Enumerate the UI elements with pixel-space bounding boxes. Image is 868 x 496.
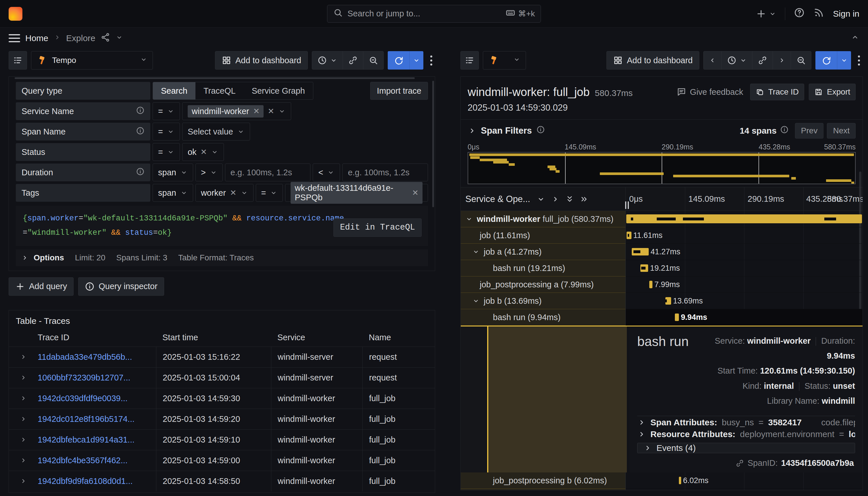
- chevron-right-icon[interactable]: [468, 126, 476, 135]
- menu-toggle[interactable]: [9, 34, 20, 42]
- collapse-all-icon[interactable]: [565, 195, 574, 203]
- table-row[interactable]: 1942dc012e8f196b5174... 2025-01-03 14:59…: [9, 409, 435, 429]
- chevron-down-icon[interactable]: [115, 34, 123, 43]
- more-options-icon[interactable]: [428, 56, 435, 65]
- span-name-value-select[interactable]: Select value: [182, 123, 250, 141]
- column-resizer-handle[interactable]: [625, 201, 629, 209]
- refresh-icon[interactable]: [816, 51, 837, 69]
- help-icon[interactable]: [794, 7, 805, 20]
- chevron-down-icon[interactable]: [537, 195, 545, 203]
- datasource-picker[interactable]: Tempo: [31, 51, 153, 69]
- expand-row-icon[interactable]: [9, 394, 38, 402]
- outline-button[interactable]: [9, 51, 27, 69]
- span-row-job-a[interactable]: job a (41.27ms) 41.27ms: [461, 244, 863, 260]
- time-forward-button[interactable]: [773, 51, 791, 69]
- duration-max-input[interactable]: e.g. 100ms, 1.2s: [342, 164, 428, 181]
- span-filters-label[interactable]: Span Filters: [481, 126, 532, 136]
- datasource-picker[interactable]: [483, 51, 526, 69]
- table-row[interactable]: 1942dbfebca1d9914a31... 2025-01-03 14:59…: [9, 429, 435, 450]
- table-row[interactable]: 1060bbf732309b12707... 2025-01-03 15:00:…: [9, 367, 435, 388]
- table-row[interactable]: 1942dbfc4be3567f462... 2025-01-03 14:59:…: [9, 450, 435, 471]
- tab-search[interactable]: Search: [153, 82, 196, 99]
- trace-id-link[interactable]: 1942dc039dfdf9e0039...: [38, 394, 128, 403]
- span-row-job-postprocessing-b[interactable]: job_postprocessing b (6.02ms) 6.02ms: [461, 472, 863, 489]
- status-value-select[interactable]: ok✕: [182, 143, 224, 161]
- refresh-icon[interactable]: [388, 51, 409, 69]
- span-row-job-b[interactable]: job b (13.69ms) 13.69ms: [461, 293, 863, 309]
- remove-icon[interactable]: ✕: [230, 188, 236, 198]
- expand-row-icon[interactable]: [9, 456, 38, 464]
- span-bar[interactable]: [626, 232, 631, 239]
- table-row[interactable]: 1942dc039dfdf9e0039... 2025-01-03 14:59:…: [9, 388, 435, 409]
- span-bar[interactable]: [675, 313, 679, 321]
- span-name-op-select[interactable]: =: [153, 123, 180, 141]
- time-picker-button[interactable]: [312, 51, 343, 69]
- copy-link-button[interactable]: [752, 51, 773, 69]
- remove-icon[interactable]: ✕: [253, 107, 260, 116]
- col-name[interactable]: Name: [362, 333, 435, 342]
- edit-in-traceql-button[interactable]: Edit in TraceQL: [334, 218, 422, 237]
- col-start-time[interactable]: Start time: [156, 333, 271, 342]
- refresh-interval-dropdown[interactable]: [409, 51, 423, 69]
- trace-id-link[interactable]: 11dabada33e479db56b...: [38, 352, 132, 361]
- span-bar[interactable]: [632, 248, 649, 255]
- add-query-button[interactable]: Add query: [9, 277, 74, 296]
- service-name-chip[interactable]: windmill-worker✕: [188, 105, 264, 118]
- events-row[interactable]: Events (4): [637, 443, 855, 453]
- resource-attributes-row[interactable]: Resource Attributes: deployment.environm…: [637, 428, 855, 440]
- tags-scope-select[interactable]: span: [153, 184, 193, 202]
- tags-value-chip[interactable]: wk-default-133114d6a91e-PSPQb✕: [291, 182, 422, 204]
- expand-all-icon[interactable]: [580, 195, 588, 203]
- span-bar[interactable]: [640, 264, 648, 272]
- minimap-canvas[interactable]: [468, 152, 856, 184]
- span-row-job[interactable]: job (11.61ms) 11.61ms: [461, 227, 863, 244]
- search-input[interactable]: Search or jump to... ⌘+k: [327, 5, 541, 23]
- time-back-button[interactable]: [703, 51, 722, 69]
- vertical-scrollbar[interactable]: [432, 81, 434, 207]
- tags-op-select[interactable]: =: [256, 184, 283, 202]
- expand-row-icon[interactable]: [9, 436, 38, 444]
- service-name-op-select[interactable]: =: [153, 102, 180, 120]
- span-row-bash-run-selected[interactable]: bash run (9.94ms) 9.94ms: [461, 309, 863, 326]
- chevron-down-icon[interactable]: [472, 248, 480, 255]
- outline-button[interactable]: [461, 51, 479, 69]
- share-icon[interactable]: [100, 32, 110, 44]
- tags-value-select[interactable]: wk-default-133114d6a91e-PSPQb✕: [285, 184, 428, 202]
- prev-button[interactable]: Prev: [795, 123, 824, 139]
- col-service[interactable]: Service: [271, 333, 362, 342]
- trace-id-link[interactable]: 1060bbf732309b12707...: [38, 373, 130, 382]
- trace-id-button[interactable]: Trace ID: [750, 83, 804, 100]
- span-bar[interactable]: [649, 281, 653, 288]
- span-row-job-postprocessing-a[interactable]: job_postprocessing a (7.99ms) 7.99ms: [461, 277, 863, 293]
- chevron-down-icon[interactable]: [465, 215, 473, 223]
- new-button[interactable]: [756, 8, 776, 19]
- remove-icon[interactable]: ✕: [412, 188, 418, 198]
- col-trace-id[interactable]: Trace ID: [38, 333, 156, 342]
- duration-gt-select[interactable]: >: [196, 164, 223, 181]
- chevron-right-icon[interactable]: [551, 195, 560, 203]
- clear-icon[interactable]: ✕: [267, 107, 274, 116]
- copy-link-button[interactable]: [343, 51, 363, 69]
- expand-row-icon[interactable]: [9, 415, 38, 423]
- run-query-button[interactable]: [816, 51, 851, 69]
- service-name-value-select[interactable]: windmill-worker✕ ✕: [182, 102, 291, 120]
- horizontal-scrollbar[interactable]: [15, 77, 415, 79]
- tags-key-select[interactable]: worker✕: [196, 184, 253, 202]
- span-id-value[interactable]: 14354f16500a7b9a: [781, 458, 854, 468]
- span-bar[interactable]: [679, 477, 681, 484]
- trace-id-link[interactable]: 1942dc012e8f196b5174...: [38, 414, 135, 423]
- remove-icon[interactable]: ✕: [201, 148, 207, 157]
- trace-id-link[interactable]: 1942dbfc4be3567f462...: [38, 456, 128, 465]
- next-button[interactable]: Next: [827, 123, 856, 139]
- run-query-button[interactable]: [388, 51, 423, 69]
- more-options-icon[interactable]: [855, 56, 863, 65]
- span-attributes-row[interactable]: Span Attributes: busy_ns = 3582417 code.…: [637, 417, 855, 429]
- zoom-out-button[interactable]: [791, 51, 811, 69]
- trace-id-link[interactable]: 1942dbf9d9fa6108d0d1...: [38, 477, 133, 486]
- duration-scope-select[interactable]: span: [153, 164, 193, 181]
- span-row-bash-run-a[interactable]: bash run (19.21ms) 19.21ms: [461, 260, 863, 277]
- link-icon[interactable]: [735, 459, 744, 467]
- grafana-logo[interactable]: [9, 7, 22, 21]
- duration-min-input[interactable]: e.g. 100ms, 1.2s: [225, 164, 311, 181]
- span-bar[interactable]: [665, 297, 671, 305]
